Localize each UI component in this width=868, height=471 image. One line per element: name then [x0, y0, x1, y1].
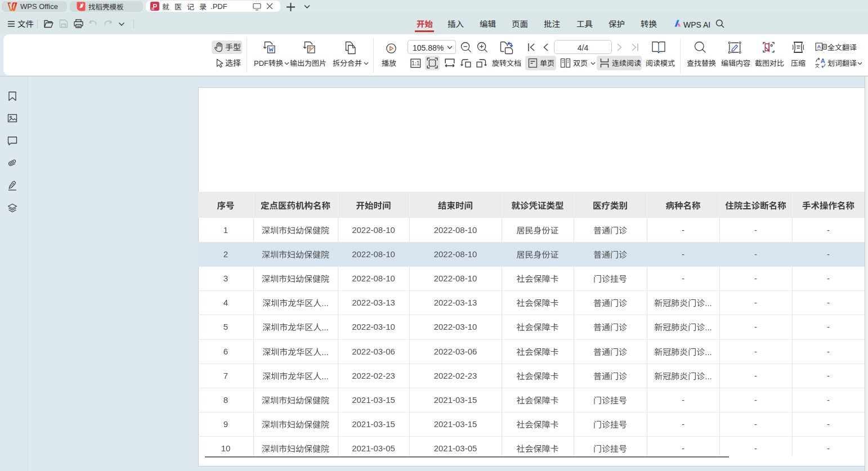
svg-text:1: 1: [417, 60, 420, 66]
svg-text:A: A: [817, 43, 821, 50]
svg-text:A: A: [821, 57, 825, 64]
svg-text:文: 文: [823, 44, 826, 49]
svg-text:文: 文: [815, 62, 820, 69]
